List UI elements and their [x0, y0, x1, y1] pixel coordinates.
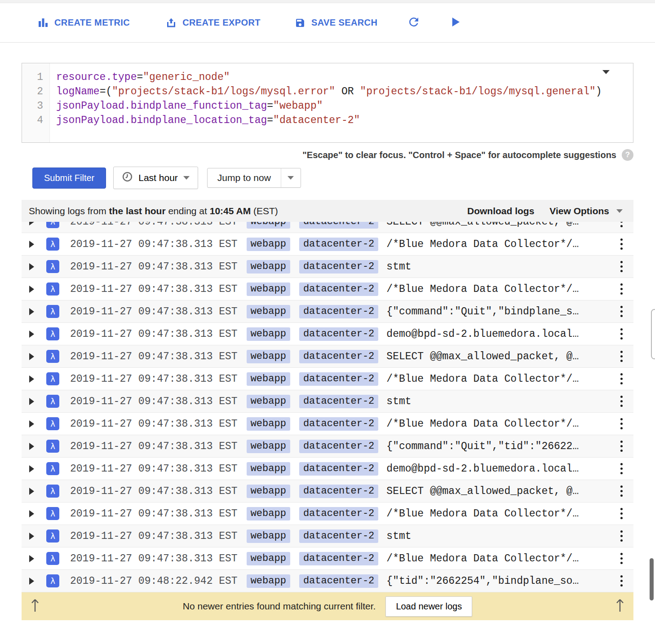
row-menu-button[interactable]	[609, 222, 633, 227]
location-tag-badge[interactable]: datacenter-2	[299, 260, 378, 273]
log-row[interactable]: λ 2019-11-27 09:47:38.313 EST webapp dat…	[22, 345, 633, 368]
lambda-icon[interactable]: λ	[46, 395, 59, 408]
function-tag-badge[interactable]: webapp	[247, 574, 290, 588]
row-menu-button[interactable]	[609, 238, 633, 250]
lambda-icon[interactable]: λ	[46, 462, 59, 475]
function-tag-badge[interactable]: webapp	[247, 350, 290, 363]
log-row[interactable]: λ 2019-11-27 09:47:38.313 EST webapp dat…	[22, 233, 633, 256]
expand-row-button[interactable]	[29, 241, 46, 248]
log-row[interactable]: λ 2019-11-27 09:47:38.313 EST webapp dat…	[22, 323, 633, 345]
function-tag-badge[interactable]: webapp	[247, 238, 290, 251]
row-menu-button[interactable]	[609, 553, 633, 564]
expand-row-button[interactable]	[29, 443, 46, 450]
time-range-button[interactable]: Last hour	[113, 167, 198, 189]
function-tag-badge[interactable]: webapp	[247, 222, 290, 229]
lambda-icon[interactable]: λ	[46, 238, 59, 251]
lambda-icon[interactable]: λ	[46, 305, 59, 318]
lambda-icon[interactable]: λ	[46, 440, 59, 453]
lambda-icon[interactable]: λ	[46, 282, 59, 296]
row-menu-button[interactable]	[609, 418, 633, 429]
function-tag-badge[interactable]: webapp	[247, 440, 290, 453]
expand-row-button[interactable]	[29, 488, 46, 495]
save-search-button[interactable]: SAVE SEARCH	[295, 18, 377, 28]
load-newer-logs-button[interactable]: Load newer logs	[385, 596, 472, 617]
refresh-button[interactable]	[407, 15, 420, 30]
row-menu-button[interactable]	[609, 283, 633, 295]
row-menu-button[interactable]	[609, 373, 633, 384]
row-menu-button[interactable]	[609, 463, 633, 474]
location-tag-badge[interactable]: datacenter-2	[299, 282, 378, 296]
function-tag-badge[interactable]: webapp	[247, 305, 290, 318]
log-row[interactable]: λ 2019-11-27 09:47:38.313 EST webapp dat…	[22, 458, 633, 480]
location-tag-badge[interactable]: datacenter-2	[299, 417, 378, 431]
lambda-icon[interactable]: λ	[46, 327, 59, 340]
function-tag-badge[interactable]: webapp	[247, 485, 290, 498]
function-tag-badge[interactable]: webapp	[247, 552, 290, 565]
location-tag-badge[interactable]: datacenter-2	[299, 485, 378, 498]
download-logs-link[interactable]: Download logs	[467, 206, 534, 216]
table-scrollbar-thumb[interactable]	[650, 558, 654, 600]
expand-row-button[interactable]	[29, 263, 46, 270]
log-row[interactable]: λ 2019-11-27 09:47:38.313 EST webapp dat…	[22, 390, 633, 413]
location-tag-badge[interactable]: datacenter-2	[299, 372, 378, 386]
function-tag-badge[interactable]: webapp	[247, 529, 290, 543]
row-menu-button[interactable]	[609, 396, 633, 407]
log-row[interactable]: λ 2019-11-27 09:47:38.313 EST webapp dat…	[22, 547, 633, 570]
log-row[interactable]: λ 2019-11-27 09:47:38.313 EST webapp dat…	[22, 278, 633, 300]
location-tag-badge[interactable]: datacenter-2	[299, 440, 378, 453]
log-row[interactable]: λ 2019-11-27 09:47:38.313 EST webapp dat…	[22, 368, 633, 390]
log-row[interactable]: λ 2019-11-27 09:47:38.313 EST webapp dat…	[22, 503, 633, 525]
location-tag-badge[interactable]: datacenter-2	[299, 305, 378, 318]
expand-row-button[interactable]	[29, 420, 46, 428]
expand-row-button[interactable]	[29, 533, 46, 540]
expand-row-button[interactable]	[29, 398, 46, 405]
view-options-link[interactable]: View Options	[549, 206, 623, 216]
location-tag-badge[interactable]: datacenter-2	[299, 395, 378, 408]
row-menu-button[interactable]	[609, 261, 633, 272]
row-menu-button[interactable]	[609, 441, 633, 452]
help-icon[interactable]: ?	[622, 149, 633, 161]
jump-dropdown-section[interactable]	[281, 168, 301, 187]
location-tag-badge[interactable]: datacenter-2	[299, 552, 378, 565]
location-tag-badge[interactable]: datacenter-2	[299, 462, 378, 476]
row-menu-button[interactable]	[609, 508, 633, 519]
jump-to-now-button[interactable]: Jump to now	[207, 168, 301, 188]
expand-row-button[interactable]	[29, 331, 46, 338]
lambda-icon[interactable]: λ	[46, 417, 59, 430]
expand-row-button[interactable]	[29, 222, 46, 225]
function-tag-badge[interactable]: webapp	[247, 462, 290, 476]
log-row[interactable]: λ 2019-11-27 09:48:22.942 EST webapp dat…	[22, 570, 633, 592]
lambda-icon[interactable]: λ	[46, 260, 59, 273]
location-tag-badge[interactable]: datacenter-2	[299, 350, 378, 363]
function-tag-badge[interactable]: webapp	[247, 507, 290, 520]
log-row[interactable]: λ 2019-11-27 09:47:38.313 EST webapp dat…	[22, 300, 633, 323]
lambda-icon[interactable]: λ	[46, 222, 59, 228]
log-row[interactable]: λ 2019-11-27 09:47:38.313 EST webapp dat…	[22, 435, 633, 458]
editor-dropdown-icon[interactable]	[602, 70, 610, 74]
function-tag-badge[interactable]: webapp	[247, 372, 290, 386]
expand-row-button[interactable]	[29, 510, 46, 517]
submit-filter-button[interactable]: Submit Filter	[32, 168, 106, 189]
location-tag-badge[interactable]: datacenter-2	[299, 238, 378, 251]
lambda-icon[interactable]: λ	[46, 574, 59, 587]
create-export-button[interactable]: CREATE EXPORT	[166, 18, 261, 28]
lambda-icon[interactable]: λ	[46, 485, 59, 498]
create-metric-button[interactable]: CREATE METRIC	[38, 18, 130, 28]
expand-row-button[interactable]	[29, 578, 46, 585]
expand-row-button[interactable]	[29, 286, 46, 293]
query-editor[interactable]: 1234 resource.type="generic_node"logName…	[22, 63, 633, 143]
scroll-to-top-right-button[interactable]	[606, 598, 633, 615]
row-menu-button[interactable]	[609, 485, 633, 497]
lambda-icon[interactable]: λ	[46, 350, 59, 363]
page-scrollbar-thumb[interactable]	[651, 309, 655, 359]
location-tag-badge[interactable]: datacenter-2	[299, 574, 378, 588]
function-tag-badge[interactable]: webapp	[247, 282, 290, 296]
expand-row-button[interactable]	[29, 465, 46, 472]
row-menu-button[interactable]	[609, 351, 633, 362]
lambda-icon[interactable]: λ	[46, 507, 59, 520]
lambda-icon[interactable]: λ	[46, 529, 59, 543]
function-tag-badge[interactable]: webapp	[247, 260, 290, 273]
log-row[interactable]: λ 2019-11-27 09:47:38.313 EST webapp dat…	[22, 480, 633, 503]
row-menu-button[interactable]	[609, 530, 633, 542]
scroll-to-top-left-button[interactable]	[22, 598, 49, 615]
